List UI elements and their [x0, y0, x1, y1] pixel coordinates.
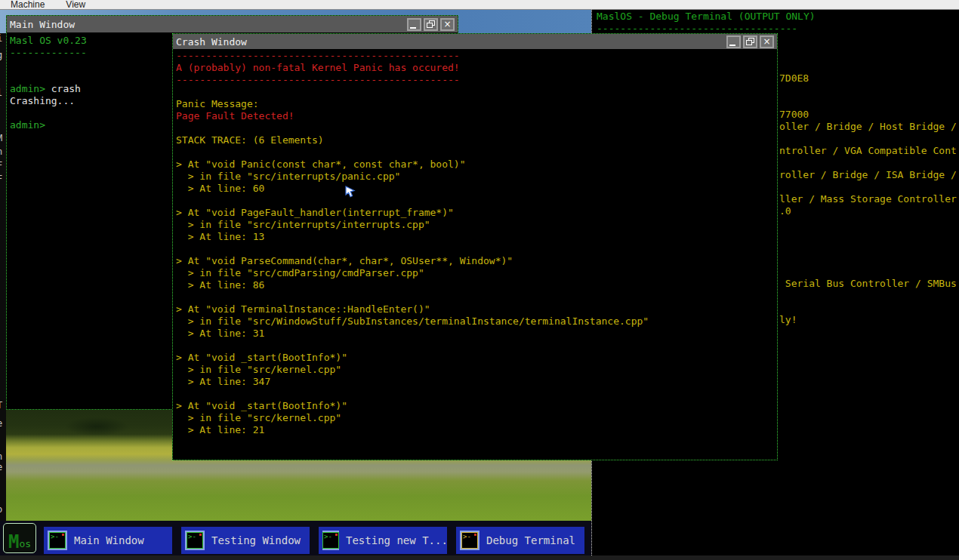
debug-output-line: Serial Bus Controller / SMBus — [779, 278, 957, 290]
restore-icon[interactable] — [424, 18, 438, 31]
menu-view[interactable]: View — [66, 0, 85, 9]
background-text-fragment: n — [0, 451, 2, 462]
terminal-line: Page Fault Detected! — [176, 110, 777, 122]
restore-icon[interactable] — [743, 35, 757, 48]
terminal-line: ----------------------------------------… — [176, 50, 777, 62]
terminal-line: ----------------------------------------… — [176, 74, 777, 86]
menu-machine[interactable]: Machine — [11, 0, 45, 9]
debug-output-line: 77000 — [779, 109, 809, 121]
terminal-line: > At line: 31 — [176, 328, 777, 340]
close-icon[interactable]: × — [440, 18, 455, 31]
background-text-fragment: e — [0, 462, 2, 472]
terminal-line — [176, 291, 777, 303]
debug-terminal-title: MaslOS - Debug Terminal (OUTPUT ONLY) — [597, 11, 816, 23]
terminal-line — [176, 86, 777, 98]
background-text-fragment: e — [0, 418, 2, 429]
background-text-fragment: i — [0, 33, 2, 44]
crash-terminal-content: ----------------------------------------… — [173, 49, 777, 436]
terminal-line — [176, 388, 777, 400]
crash-window-title: Crash Window — [176, 36, 724, 48]
debug-output-line: roller / Bridge / ISA Bridge / — [779, 169, 957, 181]
terminal-window-icon: >- — [322, 531, 339, 550]
terminal-window-icon: >- — [185, 531, 205, 550]
terminal-line: > At line: 86 — [176, 279, 777, 291]
close-icon[interactable]: × — [760, 35, 774, 48]
terminal-line: > in file "src/WindowStuff/SubInstances/… — [176, 315, 777, 328]
taskbar-button-main-window[interactable]: >- Main Window — [44, 527, 172, 554]
terminal-line: > At line: 13 — [176, 231, 777, 243]
terminal-window-icon: >- — [48, 531, 67, 550]
background-text-fragment: M — [0, 133, 2, 143]
taskbar-button-testing-window[interactable]: >- Testing Window — [181, 527, 310, 554]
debug-output-line: .0 — [779, 205, 791, 217]
background-text-fragment: l — [0, 88, 2, 98]
taskbar-button-label: Testing new T... — [346, 534, 448, 546]
screen-bottom-strip — [0, 555, 959, 560]
background-text-fragment: o — [0, 504, 2, 515]
debug-output-line: ller / Mass Storage Controller — [779, 193, 957, 205]
mouse-cursor-icon — [345, 186, 357, 202]
minimize-icon[interactable] — [726, 35, 741, 48]
main-window-title: Main Window — [10, 19, 405, 30]
debug-output-line: ly! — [779, 314, 797, 326]
terminal-line — [176, 122, 777, 134]
terminal-line — [176, 340, 777, 352]
taskbar-button-testing-new-terminal[interactable]: >- Testing new T... — [319, 527, 447, 554]
terminal-line: STACK TRACE: (6 Elements) — [176, 134, 777, 146]
terminal-line — [176, 146, 777, 158]
background-text-fragment: F — [0, 174, 2, 184]
terminal-line: > in file "src/interrupts/panic.cpp" — [176, 171, 777, 183]
taskbar-button-label: Testing Window — [211, 534, 301, 546]
minimize-icon[interactable] — [407, 18, 421, 31]
debug-output-line: oller / Bridge / Host Bridge / — [779, 121, 957, 133]
background-text-fragment: T — [0, 400, 2, 411]
terminal-line: > in file "src/kernel.cpp" — [176, 412, 777, 424]
host-menubar: Machine View — [0, 0, 959, 10]
terminal-line: > At "void _start(BootInfo*)" — [176, 400, 777, 412]
terminal-line: > At line: 21 — [176, 424, 777, 436]
terminal-line — [176, 195, 777, 207]
crash-window-titlebar[interactable]: Crash Window × — [173, 34, 777, 49]
terminal-line: > in file "src/cmdParsing/cmdParser.cpp" — [176, 267, 777, 279]
os-logo-button[interactable]: M os — [3, 523, 36, 553]
terminal-line: > At "void TerminalInstance::HandleEnter… — [176, 303, 777, 315]
debug-output-line: ntroller / VGA Compatible Cont — [779, 145, 957, 157]
debug-output-line: 7D0E8 — [779, 72, 809, 85]
terminal-line: > in file "src/interrupts/interrupts.cpp… — [176, 219, 777, 231]
crash-window: Crash Window × -------------------------… — [172, 33, 778, 460]
terminal-line: > At line: 60 — [176, 183, 777, 195]
terminal-line: > At "void PageFault_handler(interrupt_f… — [176, 207, 777, 219]
terminal-line: > At line: 347 — [176, 376, 777, 388]
terminal-line: > in file "src/kernel.cpp" — [176, 364, 777, 376]
background-edge-fragments: iglMnFFTeneo — [0, 33, 6, 521]
terminal-window-icon: >- — [460, 531, 480, 550]
taskbar-button-label: Debug Terminal — [486, 534, 575, 546]
terminal-line: A (probably) non-fatal Kernel Panic has … — [176, 62, 777, 74]
background-text-fragment: F — [0, 160, 2, 171]
background-text-fragment: g — [0, 50, 2, 60]
background-text-fragment: n — [0, 146, 2, 157]
terminal-line — [176, 243, 777, 255]
taskbar-button-label: Main Window — [74, 534, 144, 546]
taskbar: M os >- Main Window >- Testing Window >-… — [0, 521, 591, 555]
taskbar-button-debug-terminal[interactable]: >- Debug Terminal — [456, 527, 584, 554]
terminal-line: > At "void _start(BootInfo*)" — [176, 352, 777, 364]
os-logo-os: os — [19, 539, 31, 549]
terminal-line: > At "void Panic(const char*, const char… — [176, 158, 777, 171]
terminal-line: Panic Message: — [176, 98, 777, 110]
os-logo-m: M — [8, 535, 19, 549]
main-window-titlebar[interactable]: Main Window × — [7, 16, 458, 32]
terminal-line: > At "void ParseCommand(char*, char*, OS… — [176, 255, 777, 267]
